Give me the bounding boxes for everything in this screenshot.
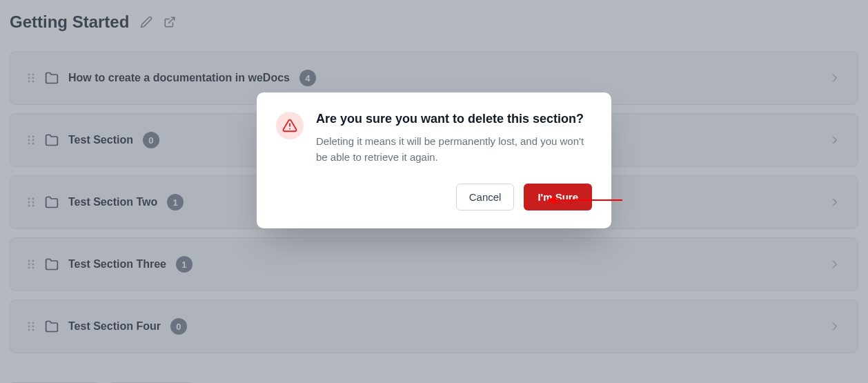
- cancel-button[interactable]: Cancel: [456, 184, 515, 210]
- confirm-delete-modal: Are you sure you want to delete this sec…: [257, 92, 611, 228]
- modal-description: Deleting it means it will be permanently…: [316, 133, 592, 166]
- modal-actions: Cancel I'm Sure: [316, 184, 592, 210]
- modal-overlay[interactable]: Are you sure you want to delete this sec…: [0, 0, 868, 383]
- modal-title: Are you sure you want to delete this sec…: [316, 112, 592, 126]
- alert-icon: [276, 112, 304, 139]
- confirm-button[interactable]: I'm Sure: [524, 184, 592, 210]
